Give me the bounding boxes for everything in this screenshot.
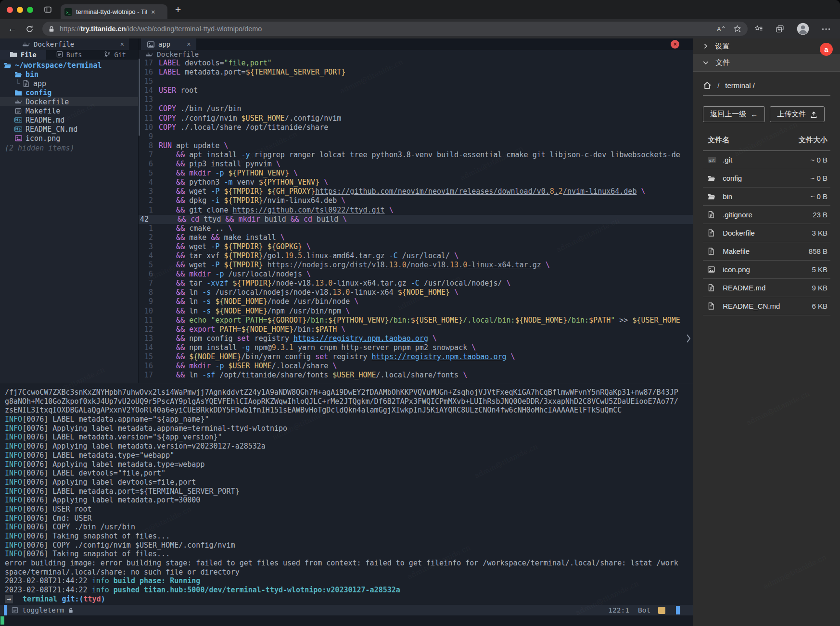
code-line[interactable]: 14 && npm install -g npm@9.3.1 yarn cnpm… <box>139 343 693 352</box>
editor-tab-app[interactable]: app × <box>141 38 196 50</box>
minimize-window-button[interactable] <box>17 7 23 13</box>
code-line[interactable]: 12COPY ./bin /usr/bin <box>139 104 693 113</box>
buffer-tab-dockerfile[interactable]: Dockerfile × <box>0 38 129 50</box>
code-line[interactable]: 5 && mkdir -p ${PYTHON_VENV} \ <box>139 169 693 178</box>
code-line[interactable]: 3 && wget -P ${TMPDIR} ${GH_PROXY}https:… <box>139 187 693 196</box>
tab-bufs[interactable]: Bufs <box>46 50 92 60</box>
code-line[interactable]: 8 && ln -s /usr/local/nodejs/node-v18.13… <box>139 288 693 297</box>
file-row-makefile[interactable]: Makefile858 B <box>703 242 830 261</box>
terminal-output[interactable]: /fj7CcwoCW7ZXBc3snKxZNYHpbh7uhwOvx2lsi4W… <box>0 383 693 605</box>
code-line[interactable]: 2 && dpkg -i ${TMPDIR}/nvim-linux64.deb … <box>139 196 693 205</box>
code-line[interactable]: 13 && npm config set registry https://re… <box>139 334 693 343</box>
code-line[interactable]: 2 && make && make install \ <box>139 233 693 242</box>
upload-file-button[interactable]: 上传文件 <box>770 106 825 122</box>
tab-close-icon[interactable]: × <box>151 8 155 15</box>
editor-tab-close-icon[interactable]: × <box>187 40 191 48</box>
code-line[interactable]: 17LABEL devtools="file,port" <box>139 59 693 68</box>
editor-scrollbar[interactable] <box>139 59 140 136</box>
tree-item-icon-png[interactable]: icon.png <box>0 134 138 143</box>
code-line[interactable]: 12 && export PATH=${NODE_HOME}/bin:$PATH… <box>139 325 693 334</box>
line-number: 1 <box>139 224 159 233</box>
code-line[interactable]: 11 && echo "export PATH=${GOROOT}/bin:${… <box>139 316 693 325</box>
tree-item-readme-md[interactable]: README.md <box>0 115 138 125</box>
code-line[interactable]: 3 && wget -P ${TMPDIR} ${GOPKG} \ <box>139 242 693 251</box>
code-line[interactable]: 8RUN apt update \ <box>139 141 693 150</box>
collections-icon[interactable] <box>776 25 784 33</box>
line-number: 11 <box>139 316 159 325</box>
file-row-readme-md[interactable]: README.md9 KB <box>703 279 830 297</box>
line-number: 2 <box>139 196 159 205</box>
scroll-indicator: Bot <box>638 606 650 614</box>
buffer-tab-close-icon[interactable]: × <box>120 40 124 48</box>
text-size-icon[interactable]: A <box>716 25 725 33</box>
tree-item-workspace-terminal[interactable]: ~/workspace/terminal <box>0 61 138 70</box>
section-settings[interactable]: 设置 <box>693 38 840 54</box>
file-row-icon-png[interactable]: icon.png5 KB <box>703 261 830 279</box>
tree-item-makefile[interactable]: Makefile <box>0 106 138 115</box>
browser-tab[interactable]: >_ terminal-ttyd-wlotnipo - TitanI × <box>61 4 167 19</box>
address-bar[interactable]: https://try.titanide.cn/ide/web/coding/t… <box>42 22 748 36</box>
code-line[interactable]: 4 && tar xvf ${TMPDIR}/go1.19.5.linux-am… <box>139 251 693 261</box>
tree-item-app[interactable]: └app <box>0 79 138 88</box>
code-line[interactable]: 1 && cmake .. \ <box>139 224 693 233</box>
code-line[interactable]: 1 && git clone https://github.com/tsl092… <box>139 206 693 215</box>
code-line[interactable]: 13 <box>139 95 693 104</box>
user-badge[interactable]: a <box>820 43 833 56</box>
file-row-config[interactable]: config~ 0 B <box>703 169 830 188</box>
folder-icon <box>14 89 22 96</box>
section-files[interactable]: 文件 <box>693 54 840 72</box>
profile-avatar[interactable] <box>797 23 809 35</box>
code-line[interactable]: 10 && ln -s ${NODE_HOME}/npm /usr/bin/np… <box>139 307 693 316</box>
line-number: 4 <box>139 251 159 261</box>
zoom-window-button[interactable] <box>27 7 33 13</box>
file-row-git[interactable]: git.git~ 0 B <box>703 151 830 169</box>
code-line[interactable]: 7 && tar -xvzf ${TMPDIR}/node-v18.13.0-l… <box>139 279 693 288</box>
add-favorite-icon[interactable] <box>733 25 742 33</box>
tree-item-config[interactable]: config <box>0 88 138 97</box>
code-line-current[interactable]: 42 && cd ttyd && mkdir build && cd build… <box>139 215 693 224</box>
tab-overview-icon[interactable] <box>44 6 52 13</box>
code-line[interactable]: 6 && pip3 install pynvim \ <box>139 160 693 169</box>
editor-close-button[interactable]: × <box>671 40 679 49</box>
refresh-icon[interactable] <box>25 25 34 33</box>
code-line[interactable]: 5 && wget -P ${TMPDIR} https://nodejs.or… <box>139 261 693 270</box>
code-line[interactable]: 17 && ln -sf /opt/titanide/share/fonts $… <box>139 371 693 380</box>
close-window-button[interactable] <box>7 7 13 13</box>
file-row-gitignore[interactable]: .gitignore23 B <box>703 206 830 224</box>
code-line[interactable]: 4 && python3 -m venv ${PYTHON_VENV} \ <box>139 178 693 187</box>
code-line[interactable]: 10COPY ./.local/share /opt/titanide/shar… <box>139 123 693 132</box>
scrollbar-thumb[interactable] <box>676 606 680 614</box>
file-row-dockerfile[interactable]: Dockerfile3 KB <box>703 224 830 242</box>
panel-collapse-chevron-icon[interactable] <box>685 332 692 347</box>
favorites-bar-icon[interactable] <box>754 25 763 33</box>
tree-item-dockerfile[interactable]: Dockerfile <box>0 97 138 106</box>
prompt-arrow: → <box>5 595 13 603</box>
file-row-readme-cn-md[interactable]: README_CN.md6 KB <box>703 297 830 315</box>
new-tab-button[interactable]: + <box>175 4 181 15</box>
code-line[interactable]: 15 <box>139 77 693 86</box>
code-line[interactable]: 11COPY ./config/nvim $USER_HOME/.config/… <box>139 114 693 123</box>
code-line[interactable]: 6 && mkdir -p /usr/local/nodejs \ <box>139 270 693 279</box>
tab-git[interactable]: Git <box>92 50 138 60</box>
back-icon[interactable]: ← <box>8 24 17 34</box>
code-line[interactable]: 9 <box>139 132 693 141</box>
tree-item-readme-cn-md[interactable]: README_CN.md <box>0 125 138 134</box>
code-line[interactable]: 14USER root <box>139 86 693 95</box>
breadcrumb-path[interactable]: terminal / <box>725 81 755 89</box>
breadcrumb-separator: / <box>717 81 719 89</box>
go-up-button[interactable]: 返回上一级 ← <box>703 106 765 122</box>
code-line[interactable]: 9 && ln -s ${NODE_HOME}/node /usr/bin/no… <box>139 297 693 306</box>
buffer-tab-label: Dockerfile <box>34 40 74 48</box>
code-line[interactable]: 16LABEL metadata.port=${TERMINAL_SERVER_… <box>139 68 693 77</box>
code-line[interactable]: 16 && mkdir -p $USER_HOME/.local/share \ <box>139 362 693 371</box>
home-icon[interactable] <box>703 81 712 89</box>
code-line[interactable]: 15 && ${NODE_HOME}/bin/yarn config set r… <box>139 352 693 362</box>
tree-item-bin[interactable]: bin <box>0 70 138 79</box>
tab-file[interactable]: File <box>0 50 46 60</box>
terminal-line: INFO[0076] LABEL metadata.port=${TERMINA… <box>5 487 693 496</box>
code-area[interactable]: 17LABEL devtools="file,port"16LABEL meta… <box>139 59 693 380</box>
line-number: 13 <box>139 334 159 343</box>
file-row-bin[interactable]: bin~ 0 B <box>703 188 830 206</box>
more-menu-icon[interactable] <box>822 28 830 30</box>
code-line[interactable]: 7 && apt install -y ripgrep ranger lolca… <box>139 150 693 160</box>
